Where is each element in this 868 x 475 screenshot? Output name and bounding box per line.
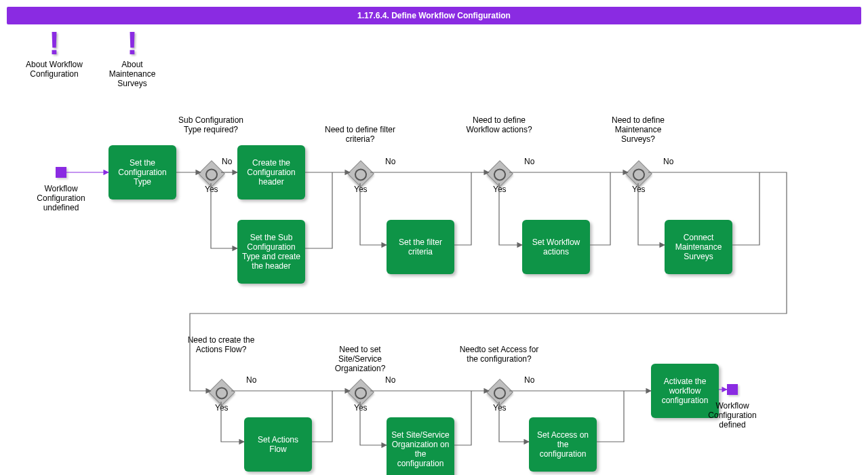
branch-yes: Yes (493, 185, 507, 194)
branch-no: No (246, 375, 256, 385)
gateway-access (486, 379, 513, 406)
annotation-workflow-config: ! About Workflow Configuration (20, 31, 88, 79)
task-set-filter-criteria: Set the filter criteria (387, 220, 454, 274)
gateway-label: Need to set Site/Service Organization? (319, 345, 401, 373)
annotation-maintenance-surveys: ! About Maintenance Surveys (98, 31, 166, 88)
start-event (56, 167, 66, 178)
gateway-label: Need to define Maintenance Surveys? (597, 115, 679, 144)
task-set-actions-flow: Set Actions Flow (244, 417, 312, 472)
gateway-label: Need to define filter criteria? (319, 125, 401, 144)
gateway-maintenance-surveys (625, 160, 652, 187)
annotation-label: About Maintenance Surveys (98, 60, 166, 88)
task-create-configuration-header: Create the Configuration header (237, 145, 305, 200)
exclamation-icon: ! (98, 31, 166, 56)
gateway-site-service-org (347, 379, 374, 406)
branch-no: No (385, 157, 395, 166)
task-set-access: Set Access on the configuration (529, 417, 597, 472)
diagram-canvas: ! About Workflow Configuration ! About M… (0, 31, 868, 466)
gateway-label: Need to create the Actions Flow? (180, 335, 262, 354)
gateway-actions-flow (208, 379, 235, 406)
branch-no: No (524, 375, 534, 385)
branch-yes: Yes (354, 185, 368, 194)
page-title: 1.17.6.4. Define Workflow Configuration (7, 7, 861, 24)
task-connect-maintenance-surveys: Connect Maintenance Surveys (665, 220, 732, 274)
end-event (727, 384, 738, 395)
gateway-workflow-actions (486, 160, 513, 187)
branch-no: No (385, 375, 395, 385)
gateway-label: Sub Configuration Type required? (170, 115, 252, 134)
branch-yes: Yes (632, 185, 646, 194)
gateway-label: Needto set Access for the configuration? (458, 345, 540, 364)
branch-no: No (524, 157, 534, 166)
task-set-configuration-type: Set the Configuration Type (108, 145, 176, 200)
branch-yes: Yes (215, 403, 229, 413)
task-set-workflow-actions: Set Workflow actions (522, 220, 590, 274)
task-set-sub-configuration: Set the Sub Configuration Type and creat… (237, 220, 305, 284)
gateway-label: Need to define Workflow actions? (458, 115, 540, 134)
branch-yes: Yes (354, 403, 368, 413)
branch-yes: Yes (493, 403, 507, 413)
gateway-sub-config-required (198, 160, 225, 187)
branch-no: No (222, 157, 232, 166)
branch-yes: Yes (205, 185, 218, 194)
task-set-site-service-org: Set Site/Service Organization on the con… (387, 417, 454, 475)
start-event-label: Workflow Configuration undefined (27, 184, 95, 212)
gateway-filter-criteria (347, 160, 374, 187)
end-event-label: Workflow Configuration defined (698, 401, 766, 430)
annotation-label: About Workflow Configuration (20, 60, 88, 79)
branch-no: No (663, 157, 673, 166)
exclamation-icon: ! (20, 31, 88, 56)
